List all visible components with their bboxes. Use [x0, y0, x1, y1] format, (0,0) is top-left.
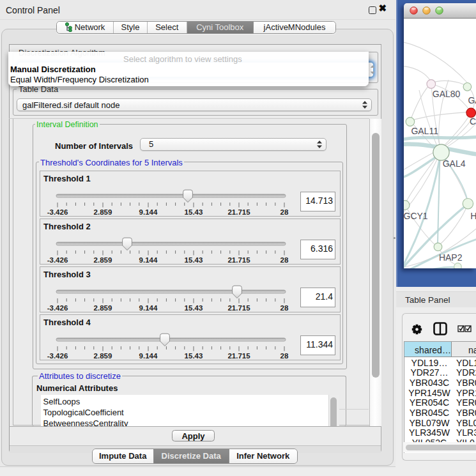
svg-text:21.715: 21.715 [227, 352, 250, 360]
svg-text:9.144: 9.144 [139, 208, 158, 216]
svg-text:GAL80: GAL80 [433, 89, 461, 99]
svg-text:GA: GA [468, 95, 476, 105]
svg-text:GAL4: GAL4 [443, 158, 466, 169]
svg-text:-3.426: -3.426 [47, 256, 68, 264]
svg-text:2.859: 2.859 [94, 304, 112, 312]
svg-text:2.859: 2.859 [94, 256, 112, 264]
svg-text:28: 28 [280, 352, 289, 360]
svg-text:GAL11: GAL11 [411, 126, 438, 136]
svg-text:21.715: 21.715 [227, 208, 250, 216]
svg-text:HAP2: HAP2 [439, 252, 463, 263]
svg-text:2.859: 2.859 [94, 352, 112, 360]
svg-text:15.43: 15.43 [185, 208, 203, 216]
svg-text:15.43: 15.43 [185, 352, 203, 360]
svg-text:-3.426: -3.426 [47, 208, 68, 216]
svg-text:15.43: 15.43 [185, 256, 203, 264]
svg-text:9.144: 9.144 [139, 256, 158, 264]
svg-text:28: 28 [280, 304, 289, 312]
svg-text:21.715: 21.715 [227, 256, 250, 264]
svg-text:C: C [470, 116, 476, 127]
svg-text:9.144: 9.144 [139, 304, 158, 312]
svg-text:28: 28 [280, 208, 289, 216]
svg-text:21.715: 21.715 [227, 304, 250, 312]
svg-text:H: H [470, 211, 476, 221]
svg-text:-3.426: -3.426 [47, 304, 68, 312]
svg-text:9.144: 9.144 [139, 352, 158, 360]
svg-text:2.859: 2.859 [94, 208, 112, 216]
svg-text:28: 28 [280, 256, 289, 264]
svg-text:-3.426: -3.426 [47, 352, 68, 360]
svg-text:GCY1: GCY1 [404, 211, 428, 221]
svg-text:15.43: 15.43 [185, 304, 203, 312]
